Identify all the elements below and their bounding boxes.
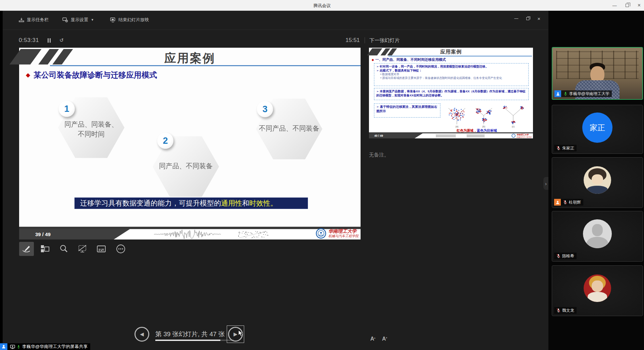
avatar-initials: 家正 [590,123,605,133]
screen-share-region: 显示任务栏 显示设置 ▼ 结束幻灯片放映 — × 0:53:31 ↺ 15:51… [3,11,548,350]
share-banner-text: 李巍华@华南理工大学的屏幕共享 [22,344,88,350]
hide-screen-icon [78,245,87,253]
pen-icon [22,245,31,253]
window-restore-button[interactable] [626,4,629,7]
mic-muted-icon [556,146,560,150]
preview-underline [388,56,532,56]
participant-tile[interactable]: 家正 朱家正 [552,105,643,154]
next-slide-label: 下一张幻灯片 [370,37,400,44]
window-title: 腾讯会议 [0,3,644,9]
scatter-figure-c [500,105,526,125]
preview-box1-line2: ➢ 此模式下，数据具有如下特征： [376,69,526,73]
window-title-bar: 腾讯会议 — × [0,0,644,11]
participant-tile[interactable]: 李巍华@华南理工大学 [552,47,643,100]
end-slideshow-label: 结束幻灯片放映 [118,17,149,23]
pen-tool-button[interactable] [19,242,34,256]
show-taskbar-button[interactable]: 显示任务栏 [19,15,49,24]
taskbar-icon [19,17,24,23]
mic-muted-icon [563,200,567,205]
scatter-figure-a [444,105,470,125]
display-settings-icon [62,17,68,23]
participant-name: 陈唯希 [562,253,574,259]
previous-slide-button[interactable]: ◀ [135,327,149,342]
next-slide-preview[interactable]: 应用案例 ◆ 一、同产品、同装备、不同时间迁移应用模式 ➢ 针对同一设备，同一产… [369,48,533,138]
zoom-tool-button[interactable] [56,242,71,256]
magnifier-icon [59,245,68,253]
screen-share-banner: 李巍华@华南理工大学的屏幕共享 [0,343,90,350]
window-close-button[interactable]: × [638,2,641,8]
slide-footer: 39 / 49 华南理工大学 机械与汽车工程学院 [19,229,361,239]
participant-name: 李巍华@华南理工大学 [569,91,609,97]
cohost-badge-icon [554,199,561,206]
mic-muted-icon [556,308,560,313]
preview-page-number: 40 / 49 [374,133,383,138]
host-badge-icon [0,343,7,350]
current-slide-canvas[interactable]: 应用案例 ◆ 某公司装备故障诊断与迁移应用模式 同产品、同装备、 不同时间 1 … [19,48,361,239]
scatter-figure-b [471,105,496,125]
participants-sidebar: 李巍华@华南理工大学 家正 朱家正 杜朝辉 [548,11,644,350]
mic-muted-icon [556,254,560,258]
mic-on-icon [17,345,20,349]
university-logo-icon [316,228,326,239]
subtitle-icon [97,245,106,253]
slide-title: 应用案例 [19,50,361,66]
share-close-button[interactable]: × [537,16,540,21]
mouse-cursor [238,330,243,337]
hexagon-3-number: 3 [257,101,273,117]
preview-heading: 一、同产品、同装备、不同时间迁移应用模式 [375,57,446,62]
avatar: 家正 [582,113,612,143]
university-name: 华南理工大学 [517,134,532,136]
preview-box-2: ➢ 本案例某产品数据，将装备XX（4、5月份数据）作为源域，装备XX（6月份数据… [374,88,529,100]
participant-tile[interactable]: 陈唯希 [552,211,643,262]
end-slideshow-icon [110,17,116,23]
preview-footer: 40 / 49 华南理工大学 机械与汽车工程学院 [369,133,533,138]
avatar [584,166,611,194]
avatar [583,219,612,248]
toolbar-divider [3,30,548,30]
figure-label-c: (c) [512,125,515,128]
preview-box1-line1: ➢ 针对同一设备，同一产品，不同时间的情况，用深度模型迁移算法进行模型迁移。 [376,64,526,69]
subtitle-button[interactable] [94,242,109,256]
notes-font-decrease-button[interactable]: A▾ [382,336,387,342]
black-screen-button[interactable] [75,242,90,256]
scatter-thumbnail-mini [467,134,484,137]
footer-strip [19,227,361,229]
hexagon-2-text: 同产品、不同装备 [153,161,219,171]
preview-box-1: ➢ 针对同一设备，同一产品，不同时间的情况，用深度模型迁移算法进行模型迁移。 ➢… [374,63,529,86]
elapsed-timer: 0:53:31 [19,37,39,44]
reset-timer-button[interactable]: ↺ [59,37,64,43]
hexagon-1-number: 1 [59,101,75,117]
share-minimize-button[interactable]: — [514,16,518,21]
school-name: 机械与汽车工程学院 [517,136,532,138]
notes-font-increase-button[interactable]: A▴ [370,336,375,342]
display-settings-button[interactable]: 显示设置 ▼ [62,15,94,24]
participant-tile[interactable]: 魏文龙 [552,265,643,316]
preview-box1-line3: • 数据维度对齐 [376,73,526,76]
slide-position-text: 第 39 张幻灯片, 共 47 张 [155,330,225,339]
sidebar-collapse-handle[interactable]: › [543,177,548,190]
end-slideshow-button[interactable]: 结束幻灯片放映 [110,15,149,24]
slide-progress [155,340,234,341]
slide-heading: 某公司装备故障诊断与迁移应用模式 [34,70,157,80]
window-minimize-button[interactable]: — [612,3,617,8]
pause-timer-button[interactable] [48,38,51,43]
caret-down-icon: ▼ [91,18,94,21]
scatter-thumbnail [236,230,270,239]
participant-tile[interactable]: 杜朝辉 [552,157,643,208]
preview-box3-text: ➢ 基于特征的迁移算法，其算法原理图如右图所示 [376,105,438,114]
more-options-button[interactable] [113,242,128,256]
preview-title: 应用案例 [369,49,533,55]
hexagon-1-text: 不同时间 [58,129,124,139]
university-name: 华南理工大学 [328,228,359,234]
slide-navigator-button[interactable] [38,242,52,256]
participant-name: 魏文龙 [562,308,574,313]
figure-label-b: (b) [482,125,485,128]
preview-box2-text: ➢ 本案例某产品数据，将装备XX（4、5月份数据）作为源域，装备XX（6月份数据… [376,89,526,97]
hexagon-3-text: 不同产品、不同装备 [256,124,322,133]
more-dots-icon [116,244,125,254]
share-restore-button[interactable] [526,17,529,20]
clock: 15:51 [345,37,360,44]
waveform-thumbnail [154,230,221,239]
preview-box-3: ➢ 基于特征的迁移算法，其算法原理图如右图所示 [374,103,440,118]
slide-page-number: 39 / 49 [35,229,51,239]
